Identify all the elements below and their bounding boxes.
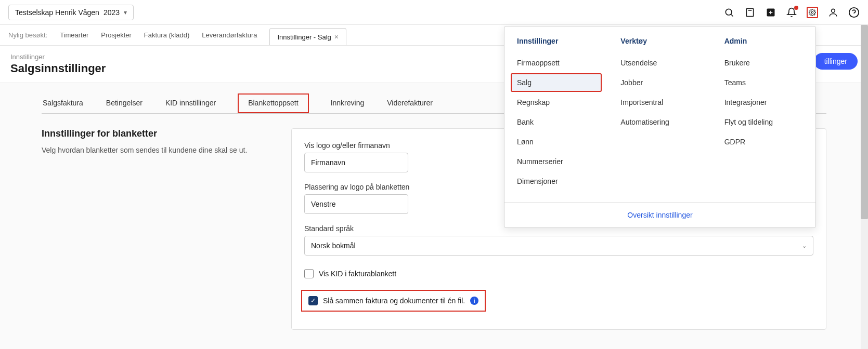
menu-item-firmaoppsett[interactable]: Firmaoppsett — [511, 53, 602, 72]
merge-checkbox-row[interactable]: ✓ Slå sammen faktura og dokumenter til é… — [301, 290, 486, 312]
help-icon[interactable] — [848, 7, 860, 18]
menu-col-title: Verktøy — [620, 37, 699, 45]
kid-checkbox[interactable] — [304, 269, 314, 278]
menu-item-teams[interactable]: Teams — [718, 73, 809, 92]
breadcrumb: Innstillinger — [10, 53, 106, 61]
add-icon[interactable] — [765, 7, 776, 18]
scrollbar[interactable] — [861, 25, 868, 349]
svg-line-1 — [731, 14, 733, 16]
tab-betingelser[interactable]: Betingelser — [105, 93, 144, 113]
language-select[interactable]: Norsk bokmål ⌄ — [304, 236, 813, 256]
page-title: Salgsinnstillinger — [10, 62, 106, 75]
kid-checkbox-row[interactable]: Vis KID i fakturablankett — [304, 266, 813, 281]
tab-label: Innstillinger - Salg — [277, 33, 331, 41]
company-year-selector[interactable]: Testselskap Henrik Vågen 2023 ▾ — [8, 5, 134, 20]
recent-link[interactable]: Faktura (kladd) — [144, 31, 189, 39]
search-icon[interactable] — [723, 7, 735, 18]
calculator-icon[interactable] — [744, 7, 756, 18]
svg-point-0 — [726, 9, 732, 15]
recent-link[interactable]: Prosjekter — [101, 31, 132, 39]
close-icon[interactable]: × — [334, 33, 339, 41]
svg-point-9 — [832, 9, 835, 12]
position-select[interactable]: Venstre — [304, 194, 408, 214]
menu-item-importsentral[interactable]: Importsentral — [614, 93, 705, 112]
save-button[interactable]: tillinger — [814, 53, 858, 70]
section-heading: Innstillinger for blanketter — [42, 128, 260, 139]
merge-checkbox-label: Slå sammen faktura og dokumenter til én … — [323, 297, 465, 305]
chevron-down-icon: ⌄ — [802, 243, 807, 249]
menu-item-automatisering[interactable]: Automatisering — [614, 113, 705, 131]
company-year: 2023 — [103, 8, 120, 17]
logo-select[interactable]: Firmanavn — [304, 153, 408, 172]
settings-gear-icon[interactable] — [807, 7, 818, 18]
company-name: Testselskap Henrik Vågen — [15, 8, 99, 17]
tab-innkreving[interactable]: Innkreving — [330, 93, 366, 113]
notification-dot — [794, 6, 798, 10]
menu-item-jobber[interactable]: Jobber — [614, 73, 705, 92]
recent-link[interactable]: Timearter — [60, 31, 88, 39]
active-recent-tab[interactable]: Innstillinger - Salg × — [269, 28, 346, 45]
menu-item-brukere[interactable]: Brukere — [718, 53, 809, 72]
info-icon[interactable]: i — [470, 297, 478, 305]
menu-item-lonn[interactable]: Lønn — [511, 132, 602, 151]
svg-point-8 — [811, 11, 813, 14]
merge-checkbox[interactable]: ✓ — [308, 296, 318, 305]
scrollbar-thumb[interactable] — [861, 25, 868, 219]
position-value: Venstre — [311, 200, 335, 208]
menu-item-regnskap[interactable]: Regnskap — [511, 93, 602, 112]
menu-item-gdpr[interactable]: GDPR — [718, 132, 809, 151]
menu-item-integrasjoner[interactable]: Integrasjoner — [718, 93, 809, 112]
menu-col-title: Innstillinger — [517, 37, 595, 45]
menu-footer-link[interactable]: Oversikt innstillinger — [627, 211, 692, 219]
section-description: Velg hvordan blanketter som sendes til k… — [42, 145, 260, 156]
logo-value: Firmanavn — [311, 158, 345, 167]
svg-point-10 — [849, 7, 859, 17]
kid-checkbox-label: Vis KID i fakturablankett — [319, 270, 396, 278]
tab-viderefakturer[interactable]: Viderefakturer — [386, 93, 434, 113]
menu-item-bank[interactable]: Bank — [511, 113, 602, 131]
chevron-down-icon: ▾ — [124, 9, 127, 16]
svg-rect-2 — [746, 8, 753, 16]
language-value: Norsk bokmål — [311, 241, 356, 250]
tab-salgsfaktura[interactable]: Salgsfaktura — [42, 93, 84, 113]
tab-kid[interactable]: KID innstillinger — [164, 93, 217, 113]
recent-link[interactable]: Leverandørfaktura — [202, 31, 257, 39]
menu-item-nummerserier[interactable]: Nummerserier — [511, 152, 602, 171]
menu-col-title: Admin — [724, 37, 803, 45]
recent-label: Nylig besøkt: — [8, 31, 47, 39]
menu-item-utsendelse[interactable]: Utsendelse — [614, 53, 705, 72]
tab-blankettoppsett[interactable]: Blankettoppsett — [238, 93, 309, 113]
menu-item-dimensjoner[interactable]: Dimensjoner — [511, 172, 602, 191]
menu-item-salg[interactable]: Salg — [511, 73, 602, 92]
menu-item-flyt[interactable]: Flyt og tildeling — [718, 113, 809, 131]
user-icon[interactable] — [827, 7, 839, 18]
settings-mega-menu: Innstillinger Firmaoppsett Salg Regnskap… — [504, 26, 816, 228]
notifications-icon[interactable] — [786, 7, 797, 18]
